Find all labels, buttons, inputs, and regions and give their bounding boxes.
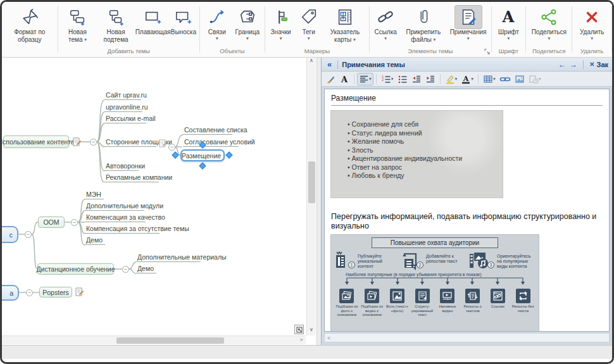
topic-avtovoronki[interactable]: Автоворонки [104, 161, 139, 171]
collapse-button[interactable]: − [122, 266, 129, 273]
topic-cut-left-1[interactable]: с [2, 226, 18, 243]
collapse-button[interactable]: − [168, 144, 175, 151]
topic-popsters[interactable]: Popsters [39, 287, 72, 298]
numbered-list-button[interactable]: 12 ▾ [380, 73, 395, 85]
note-icon[interactable] [75, 287, 84, 299]
topic-rassylki-email[interactable]: Рассылки e-mail [104, 114, 146, 123]
highlighter-button[interactable]: ▾ [444, 73, 459, 85]
note-icon[interactable] [159, 139, 167, 150]
scroll-right-arrow[interactable]: > [297, 337, 306, 345]
link-button[interactable]: Ссылка ▾ [372, 4, 399, 42]
back-arrow-button[interactable]: ← [556, 60, 568, 69]
map-canvas[interactable]: Использование контента − Сайт uprav.ru u… [2, 58, 316, 345]
collapse-button[interactable]: − [25, 231, 32, 238]
font-dialog-icon[interactable]: A [338, 73, 351, 85]
horizontal-scroll-thumb[interactable] [116, 337, 224, 344]
topic-men[interactable]: МЭН [85, 190, 104, 199]
delete-button[interactable]: Удалить ▾ [574, 4, 610, 42]
format-painter-button[interactable]: Формат по образцу [4, 4, 56, 44]
new-subtopic-button[interactable]: Новая подтема [96, 4, 137, 44]
forward-arrow-button[interactable]: → [568, 60, 579, 69]
content-type-item: Структу- рированный текст [410, 289, 435, 317]
indent-button[interactable] [424, 73, 437, 85]
chevron-down-icon: ▾ [280, 36, 282, 41]
relationships-button[interactable]: Связи ▾ [202, 4, 232, 42]
dialog-launcher-icon[interactable] [484, 49, 490, 56]
topic-demo-2[interactable]: Демо [136, 264, 156, 273]
scroll-left-arrow[interactable]: < [325, 335, 330, 341]
note-image-infographic[interactable]: Повышение охвата аудитории 1 Публикуйте … [331, 235, 539, 332]
fit-map-button[interactable] [294, 325, 304, 334]
step-text: Добавляйте к репостам текст [426, 251, 459, 264]
group-label: Объекты [200, 47, 265, 57]
boundary-button[interactable]: Граница ▾ [232, 4, 263, 42]
notes-panel: « Примечания темы ← → ✕ Зак A [321, 58, 612, 345]
collapse-button[interactable]: − [90, 139, 97, 146]
collapse-panel-button[interactable]: « [325, 60, 334, 69]
topic-label: Использование контента [2, 138, 75, 146]
close-panel-button[interactable]: ✕ [587, 61, 596, 68]
topic-kompensatsiya-kachestvo[interactable]: Компенсация за качество [85, 213, 146, 222]
insert-table-button[interactable]: ▾ [482, 73, 497, 85]
share-icon [536, 6, 562, 28]
attach-files-button[interactable]: Прикрепить файлы ▾ [399, 4, 447, 44]
outdent-button[interactable] [410, 73, 423, 85]
topic-reklamnye-kompanii[interactable]: Рекламные компании [104, 173, 159, 182]
topic-ispolzovanie-kontenta[interactable]: Использование контента [3, 135, 69, 148]
note-icon[interactable] [73, 137, 82, 149]
topic-razmeshchenie-selected[interactable]: Размещение [180, 149, 225, 161]
chevron-down-icon: ▾ [384, 36, 387, 41]
notes-horizontal-scrollbar[interactable]: < [324, 333, 610, 342]
horizontal-scrollbar[interactable]: > [2, 336, 306, 344]
callout-button[interactable]: Выноска [170, 4, 197, 37]
splitter[interactable] [316, 58, 321, 345]
vertical-scroll-thumb[interactable] [308, 161, 315, 203]
topic-storonnie-ploshchadki[interactable]: Сторонние площадки [104, 137, 156, 147]
share-button[interactable]: Поделиться ▾ [528, 4, 570, 42]
floating-topic-icon [140, 6, 166, 28]
bullet-item: Желание помочь [348, 137, 503, 146]
topic-oom[interactable]: ООМ [38, 217, 65, 228]
note-image-bullets[interactable]: Сохранение для себя Статус лидера мнений… [331, 111, 503, 198]
infographic-step: 1 Публикуйте уникальный контент [334, 251, 401, 270]
button-label: Граница [235, 28, 260, 36]
collapse-button[interactable]: − [26, 289, 33, 296]
icons-marker-button[interactable]: Значки ▾ [267, 4, 295, 42]
scroll-up-arrow[interactable]: ∧ [307, 58, 316, 66]
topic-sostavlenie-spiska[interactable]: Составление списка [183, 125, 232, 135]
topic-upravonline[interactable]: upravonline.ru [104, 103, 142, 112]
topic-demo-1[interactable]: Демо [85, 235, 105, 245]
font-color-button[interactable]: A ▾ [460, 73, 475, 85]
step-number: 3 [487, 261, 494, 268]
insert-link-button[interactable] [498, 73, 512, 85]
insert-image-button[interactable] [513, 73, 526, 85]
font-button[interactable]: A Шрифт ▾ [493, 4, 523, 42]
tags-button[interactable]: Теги ▾ [295, 4, 323, 42]
map-index-button[interactable]: Указатель карты ▾ [323, 4, 368, 44]
topic-dop-materialy[interactable]: Дополнительные материалы [136, 253, 201, 262]
scroll-down-arrow[interactable]: ∨ [307, 327, 316, 336]
notes-button[interactable]: Примечания ▾ [448, 4, 489, 42]
align-button[interactable]: ▾ [358, 73, 373, 85]
timestamp-button[interactable]: ▾ [527, 73, 542, 85]
close-panel-label[interactable]: Зак [596, 61, 608, 68]
note-icon[interactable] [223, 152, 223, 160]
chevron-down-icon: ▾ [493, 76, 496, 82]
format-brush-icon[interactable] [324, 73, 337, 85]
topic-kompensatsiya-otsutstvie[interactable]: Компенсация за отсутствие темы [85, 224, 160, 234]
topic-soglasovanie-uslovii[interactable]: Согласование условий [183, 137, 239, 147]
topic-distantsionnoe-obuchenie[interactable]: Дистанционное обучение [37, 263, 114, 275]
bullet-list-button[interactable] [396, 73, 409, 85]
topic-sait-uprav[interactable]: Сайт uprav.ru [104, 91, 141, 100]
vertical-scrollbar[interactable]: ∧ ∨ [306, 58, 316, 336]
new-topic-button[interactable]: Новая тема ▾ [60, 4, 95, 44]
topic-cut-left-2[interactable]: а [2, 285, 19, 301]
topic-label: Размещение [182, 152, 221, 160]
chevron-down-icon: ▾ [467, 36, 470, 41]
notes-editor[interactable]: Размещение Сохранение для себя Статус ли… [324, 89, 610, 332]
button-label: Примечания [450, 28, 487, 36]
collapse-button[interactable]: − [71, 219, 78, 226]
floating-topic-button[interactable]: Плавающая [136, 4, 169, 37]
topic-dop-moduli[interactable]: Дополнительные модули [85, 201, 144, 211]
ribbon-group-objects: Связи ▾ Граница ▾ Объекты [200, 3, 265, 57]
